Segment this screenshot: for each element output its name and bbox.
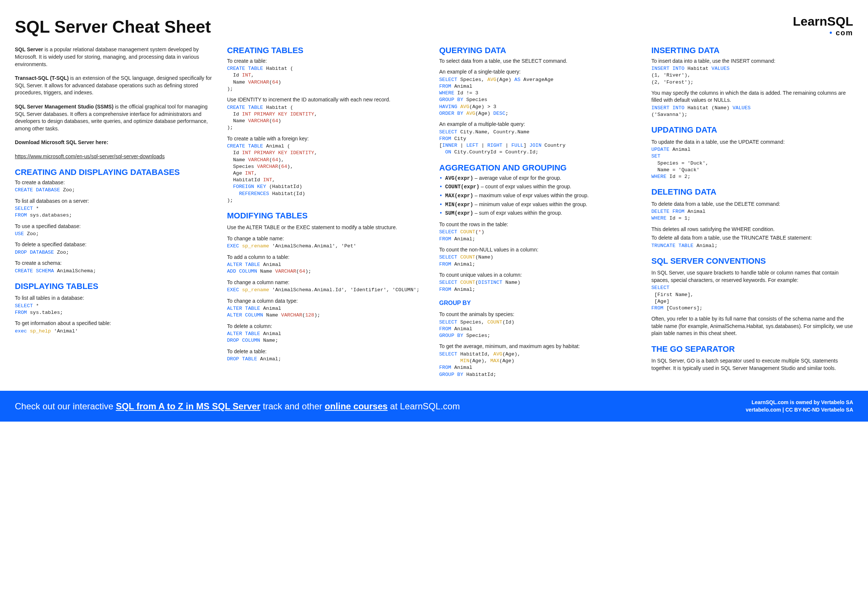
identity-desc: Use IDENTITY to increment the ID automat… bbox=[227, 96, 429, 104]
agg-avg: AVG(expr) – average value of expr for th… bbox=[439, 174, 641, 182]
delete-table-desc: To delete a table: bbox=[227, 348, 429, 356]
schema-desc: To create a schema: bbox=[15, 260, 217, 267]
code-insert: INSERT INTO Habitat VALUES (1, 'River'),… bbox=[651, 65, 853, 86]
code-add-col: ALTER TABLE Animal ADD COLUMN Name VARCH… bbox=[227, 261, 429, 275]
footer-right: LearnSQL.com is owned by Vertabelo SA ve… bbox=[746, 399, 853, 413]
column-2: CREATING TABLES To create a table: CREAT… bbox=[227, 46, 429, 379]
footer-right-2: vertabelo.com | CC BY-NC-ND Vertabelo SA bbox=[746, 406, 853, 414]
table-info-desc: To get information about a specified tab… bbox=[15, 320, 217, 327]
sec-displaying-tables: DISPLAYING TABLES bbox=[15, 282, 217, 291]
agg-count: COUNT(expr) – count of expr values withi… bbox=[439, 183, 641, 191]
agg-sum: SUM(expr) – sum of expr values within th… bbox=[439, 210, 641, 217]
count-rows-desc: To count the rows in the table: bbox=[439, 221, 641, 229]
header: SQL Server Cheat Sheet LearnSQL • com bbox=[15, 15, 853, 39]
updating-intro: To update the data in a table, use the U… bbox=[651, 138, 853, 146]
code-drop-table: DROP TABLE Animal; bbox=[227, 356, 429, 362]
avg-habitat-desc: To get the average, minimum, and maximum… bbox=[439, 343, 641, 350]
fk-desc: To create a table with a foreign key: bbox=[227, 135, 429, 143]
column-3: QUERYING DATA To select data from a tabl… bbox=[439, 46, 641, 379]
count-unique-desc: To count unique values in a column: bbox=[439, 272, 641, 279]
column-1: SQL Server is a popular relational datab… bbox=[15, 46, 217, 379]
querying-intro: To select data from a table, use the SEL… bbox=[439, 58, 641, 65]
cheat-sheet-page: SQL Server Cheat Sheet LearnSQL • com SQ… bbox=[0, 0, 868, 379]
sec-go: THE GO SEPARATOR bbox=[651, 345, 853, 354]
logo-subtext: • com bbox=[793, 28, 854, 38]
code-rename-table: EXEC sp_rename 'AnimalSchema.Animal', 'P… bbox=[227, 243, 429, 250]
sec-conventions: SQL SERVER CONVENTIONS bbox=[651, 256, 853, 266]
code-avg-habitat: SELECT HabitatId, AVG(Age), MIN(Age), MA… bbox=[439, 351, 641, 378]
code-list-tables: SELECT * FROM sys.tables; bbox=[15, 303, 217, 316]
code-list-db: SELECT * FROM sys.databases; bbox=[15, 205, 217, 219]
intro-block: SQL Server is a popular relational datab… bbox=[15, 46, 217, 160]
delete-col-desc: To delete a column: bbox=[227, 323, 429, 330]
sec-deleting: DELETING DATA bbox=[651, 188, 853, 196]
page-title: SQL Server Cheat Sheet bbox=[15, 15, 211, 39]
code-create-schema: CREATE SCHEMA AnimalSchema; bbox=[15, 268, 217, 275]
insert-specify-desc: You may specify the columns in which the… bbox=[651, 90, 853, 104]
delete-where-note: This deletes all rows satisfying the WHE… bbox=[651, 226, 853, 233]
code-single-query: SELECT Species, AVG(Age) AS AverageAge F… bbox=[439, 76, 641, 117]
multi-query-desc: An example of a multiple-table query: bbox=[439, 121, 641, 128]
sec-creating-tables: CREATING TABLES bbox=[227, 46, 429, 55]
sec-groupby: GROUP BY bbox=[439, 299, 641, 307]
logo-text: LearnSQL bbox=[793, 15, 854, 28]
code-multi-query: SELECT City.Name, Country.Name FROM City… bbox=[439, 129, 641, 156]
footer-link-1[interactable]: SQL from A to Z in MS SQL Server bbox=[116, 401, 260, 411]
code-count-rows: SELECT COUNT(*) FROM Animal; bbox=[439, 229, 641, 242]
conventions-intro: In SQL Server, use square brackets to ha… bbox=[651, 269, 853, 284]
download-label: Download Microsoft SQL Server here: bbox=[15, 139, 217, 146]
delete-db-desc: To delete a specified database: bbox=[15, 241, 217, 249]
code-insert-specify: INSERT INTO Habitat (Name) VALUES ('Sava… bbox=[651, 105, 853, 118]
sec-updating: UPDATING DATA bbox=[651, 126, 853, 134]
go-desc: In SQL Server, GO is a batch separator u… bbox=[651, 358, 853, 372]
code-truncate: TRUNCATE TABLE Animal; bbox=[651, 242, 853, 249]
footer-link-2[interactable]: online courses bbox=[325, 401, 388, 411]
code-count-species: SELECT Species, COUNT(Id) FROM Animal GR… bbox=[439, 319, 641, 339]
deleting-intro: To delete data from a table, use the DEL… bbox=[651, 201, 853, 208]
sec-inserting: INSERTING DATA bbox=[651, 46, 853, 55]
aggregation-list: AVG(expr) – average value of expr for th… bbox=[439, 174, 641, 217]
intro-p3: SQL Server Management Studio (SSMS) is t… bbox=[15, 103, 217, 132]
column-4: INSERTING DATA To insert data into a tab… bbox=[651, 46, 853, 379]
columns: SQL Server is a popular relational datab… bbox=[15, 46, 853, 379]
list-db-desc: To list all databases on a server: bbox=[15, 197, 217, 205]
sec-querying: QUERYING DATA bbox=[439, 46, 641, 55]
sec-modifying-tables: MODIFYING TABLES bbox=[227, 211, 429, 220]
logo: LearnSQL • com bbox=[793, 15, 854, 38]
intro-p1: SQL Server is a popular relational datab… bbox=[15, 46, 217, 68]
count-species-desc: To count the animals by species: bbox=[439, 311, 641, 318]
conventions-fullname: Often, you refer to a table by its full … bbox=[651, 316, 853, 337]
code-drop-db: DROP DATABASE Zoo; bbox=[15, 249, 217, 256]
inserting-intro: To insert data into a table, use the INS… bbox=[651, 58, 853, 65]
download-link[interactable]: https://www.microsoft.com/en-us/sql-serv… bbox=[15, 154, 165, 159]
footer-right-1: LearnSQL.com is owned by Vertabelo SA bbox=[746, 399, 853, 406]
code-rename-col: EXEC sp_rename 'AnimalSchema.Animal.Id',… bbox=[227, 287, 429, 294]
truncate-desc: To delete all data from a table, use the… bbox=[651, 235, 853, 242]
code-sp-help: exec sp_help 'Animal' bbox=[15, 328, 217, 335]
add-col-desc: To add a column to a table: bbox=[227, 254, 429, 261]
change-type-desc: To change a column data type: bbox=[227, 297, 429, 305]
sec-creating-db: CREATING AND DISPLAYING DATABASES bbox=[15, 168, 217, 177]
use-db-desc: To use a specified database: bbox=[15, 223, 217, 230]
code-count-nonnull: SELECT COUNT(Name) FROM Animal; bbox=[439, 254, 641, 267]
code-create-table: CREATE TABLE Habitat ( Id INT, Name VARC… bbox=[227, 65, 429, 92]
count-nonnull-desc: To count the non-NULL values in a column… bbox=[439, 246, 641, 254]
single-query-desc: An example of a single-table query: bbox=[439, 68, 641, 76]
create-table-desc: To create a table: bbox=[227, 58, 429, 65]
code-create-db: CREATE DATABASE Zoo; bbox=[15, 187, 217, 194]
list-tables-desc: To list all tables in a database: bbox=[15, 295, 217, 302]
rename-table-desc: To change a table name: bbox=[227, 235, 429, 242]
create-db-desc: To create a database: bbox=[15, 179, 217, 187]
code-conventions: SELECT [First Name], [Age] FROM [Custome… bbox=[651, 284, 853, 312]
code-use-db: USE Zoo; bbox=[15, 231, 217, 237]
code-identity: CREATE TABLE Habitat ( Id INT PRIMARY KE… bbox=[227, 104, 429, 132]
code-delete-col: ALTER TABLE Animal DROP COLUMN Name; bbox=[227, 331, 429, 344]
footer-left: Check out our interactive SQL from A to … bbox=[15, 400, 460, 413]
sec-aggregation: AGGREGATION AND GROUPING bbox=[439, 163, 641, 173]
code-delete: DELETE FROM Animal WHERE Id = 1; bbox=[651, 208, 853, 222]
code-update: UPDATE Animal SET Species = 'Duck', Name… bbox=[651, 146, 853, 180]
rename-col-desc: To change a column name: bbox=[227, 279, 429, 286]
modify-intro: Use the ALTER TABLE or the EXEC statemen… bbox=[227, 224, 429, 232]
code-fk: CREATE TABLE Animal ( Id INT PRIMARY KEY… bbox=[227, 143, 429, 204]
footer: Check out our interactive SQL from A to … bbox=[0, 391, 868, 421]
